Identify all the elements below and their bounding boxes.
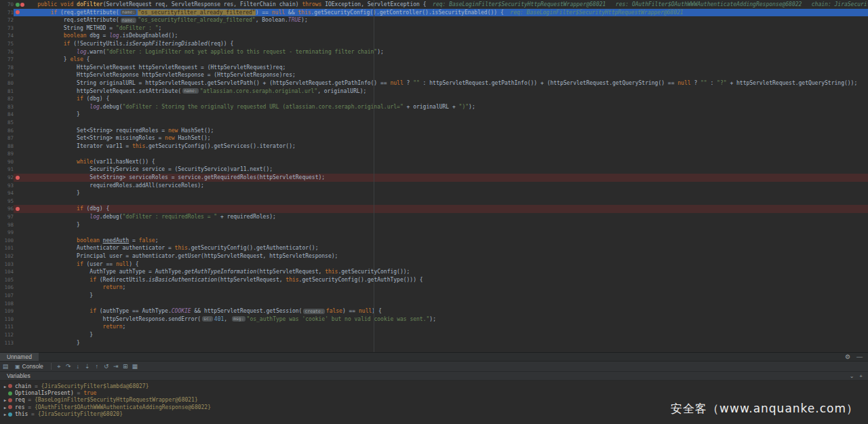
gutter[interactable]: [14, 56, 24, 64]
code-line-75[interactable]: 75 if (!SecurityUtils.isSeraphFilteringD…: [0, 40, 868, 48]
line-number[interactable]: 108: [0, 300, 14, 308]
gutter[interactable]: [14, 88, 24, 96]
line-number[interactable]: 99: [0, 229, 14, 237]
tab-console[interactable]: ▣ Console: [10, 363, 48, 370]
gutter[interactable]: [14, 339, 24, 347]
code-text[interactable]: if (req.getAttribute(name:"os_securityfi…: [24, 9, 868, 17]
code-text[interactable]: Authenticator authenticator = this.getSe…: [24, 244, 868, 252]
code-line-73[interactable]: 73 String METHOD = "doFilter : ";: [0, 24, 868, 33]
line-number[interactable]: 76: [0, 48, 14, 56]
code-line-108[interactable]: 108: [0, 300, 868, 308]
code-text[interactable]: requiredRoles.addAll(serviceRoles);: [24, 182, 868, 190]
method-marker-icon[interactable]: [16, 3, 20, 7]
code-line-77[interactable]: 77 } else {: [0, 56, 868, 64]
line-number[interactable]: 82: [0, 95, 14, 103]
line-number[interactable]: 73: [0, 24, 14, 33]
line-number[interactable]: 71: [0, 9, 14, 17]
line-number[interactable]: 93: [0, 182, 14, 190]
expand-toggle-icon[interactable]: ▶: [2, 398, 8, 402]
code-text[interactable]: if (user == null) {: [24, 261, 868, 269]
code-line-104[interactable]: 104 AuthType authType = AuthType.getAuth…: [0, 268, 868, 276]
tab-unnamed[interactable]: Unnamed: [0, 353, 39, 361]
code-line-100[interactable]: 100 boolean needAuth = false;: [0, 237, 868, 245]
code-text[interactable]: } else {: [24, 56, 868, 64]
line-number[interactable]: 89: [0, 150, 14, 158]
line-number[interactable]: 111: [0, 323, 14, 331]
line-number[interactable]: 106: [0, 284, 14, 292]
code-text[interactable]: log.debug("doFilter : Storing the origin…: [24, 103, 868, 111]
gutter[interactable]: [14, 307, 24, 315]
line-number[interactable]: 78: [0, 64, 14, 72]
hide-panel-icon[interactable]: —: [856, 353, 863, 360]
code-text[interactable]: HttpServletResponse httpServletResponse …: [24, 71, 868, 79]
line-number[interactable]: 72: [0, 16, 14, 24]
line-number[interactable]: 70: [0, 1, 14, 9]
code-line-101[interactable]: 101 Authenticator authenticator = this.g…: [0, 244, 868, 252]
line-number[interactable]: 87: [0, 134, 14, 142]
gutter[interactable]: [14, 268, 24, 276]
line-number[interactable]: 75: [0, 40, 14, 48]
line-number[interactable]: 100: [0, 237, 14, 245]
gutter[interactable]: [14, 244, 24, 252]
line-number[interactable]: 110: [0, 315, 14, 324]
expand-toggle-icon[interactable]: ▶: [2, 384, 8, 389]
gutter[interactable]: [14, 103, 24, 111]
code-text[interactable]: Principal user = authenticator.getUser(h…: [24, 252, 868, 261]
code-line-86[interactable]: 86 Set<String> requiredRoles = new HashS…: [0, 127, 868, 135]
gutter[interactable]: [14, 315, 24, 324]
code-line-107[interactable]: 107 }: [0, 292, 868, 300]
gutter[interactable]: [14, 24, 24, 33]
gutter[interactable]: [14, 323, 24, 331]
line-number[interactable]: 81: [0, 88, 14, 96]
line-number[interactable]: 80: [0, 79, 14, 88]
code-text[interactable]: String originalURL = httpServletRequest.…: [24, 79, 868, 88]
code-line-105[interactable]: 105 if (RedirectUtils.isBasicAuthenticat…: [0, 276, 868, 284]
code-line-78[interactable]: 78 HttpServletRequest httpServletRequest…: [0, 64, 868, 72]
code-line-87[interactable]: 87 Set<String> missingRoles = new HashSe…: [0, 134, 868, 142]
code-lines[interactable]: 70 public void doFilter(ServletRequest r…: [0, 0, 868, 347]
code-text[interactable]: Set<String> missingRoles = new HashSet()…: [24, 134, 868, 142]
code-line-72[interactable]: 72 req.setAttribute(name:"os_securityfil…: [0, 16, 868, 24]
step-over-icon[interactable]: ↷: [64, 362, 73, 371]
gutter[interactable]: [14, 158, 24, 166]
gutter[interactable]: [14, 252, 24, 261]
line-number[interactable]: 77: [0, 56, 14, 64]
gutter[interactable]: [14, 229, 24, 237]
code-text[interactable]: boolean needAuth = false;: [24, 237, 868, 245]
gutter[interactable]: [14, 237, 24, 245]
code-line-97[interactable]: 97 log.debug("doFilter : requiredRoles =…: [0, 213, 868, 221]
gutter[interactable]: [14, 300, 24, 308]
code-text[interactable]: }: [24, 331, 868, 339]
line-number[interactable]: 101: [0, 244, 14, 252]
code-text[interactable]: HttpServletRequest httpServletRequest = …: [24, 64, 868, 72]
gutter[interactable]: [14, 284, 24, 292]
gutter[interactable]: [14, 111, 24, 119]
line-number[interactable]: 94: [0, 189, 14, 197]
code-text[interactable]: [24, 119, 868, 127]
code-line-76[interactable]: 76 log.warn("doFilter : LoginFilter not …: [0, 48, 868, 56]
code-text[interactable]: if (dbg) {: [24, 95, 868, 103]
gutter[interactable]: [14, 64, 24, 72]
code-line-79[interactable]: 79 HttpServletResponse httpServletRespon…: [0, 71, 868, 79]
code-text[interactable]: while(var11.hasNext()) {: [24, 158, 868, 166]
gutter[interactable]: [14, 119, 24, 127]
gutter[interactable]: [14, 182, 24, 190]
gutter[interactable]: [14, 331, 24, 339]
line-number[interactable]: 91: [0, 166, 14, 174]
code-text[interactable]: [24, 229, 868, 237]
code-text[interactable]: if (!SecurityUtils.isSeraphFilteringDisa…: [24, 40, 868, 48]
line-number[interactable]: 95: [0, 197, 14, 206]
line-number[interactable]: 88: [0, 142, 14, 151]
code-text[interactable]: log.warn("doFilter : LoginFilter not yet…: [24, 48, 868, 56]
add-watch-icon[interactable]: +: [859, 373, 863, 379]
code-line-80[interactable]: 80 String originalURL = httpServletReque…: [0, 79, 868, 88]
code-text[interactable]: httpServletResponse.sendError(sc:401, ms…: [24, 315, 868, 324]
code-text[interactable]: if (dbg) {: [24, 205, 868, 213]
code-line-112[interactable]: 112 }: [0, 331, 868, 339]
code-line-81[interactable]: 81 httpServletRequest.setAttribute(name:…: [0, 88, 868, 96]
code-line-91[interactable]: 91 SecurityService service = (SecuritySe…: [0, 166, 868, 174]
code-line-93[interactable]: 93 requiredRoles.addAll(serviceRoles);: [0, 182, 868, 190]
code-text[interactable]: return;: [24, 284, 868, 292]
code-text[interactable]: }: [24, 221, 868, 229]
gutter[interactable]: [14, 142, 24, 151]
